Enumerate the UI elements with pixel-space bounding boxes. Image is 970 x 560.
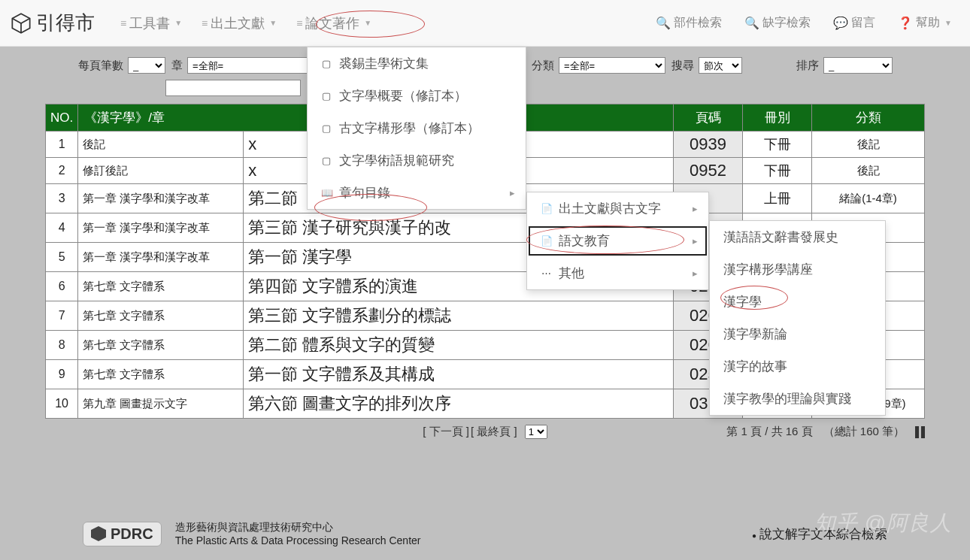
cell-section: 第二節 體系與文字的質變 bbox=[244, 331, 674, 360]
dropdown-item[interactable]: 漢字教學的理論與實踐 bbox=[710, 383, 885, 415]
dropdown-item[interactable]: 漢字構形學講座 bbox=[710, 253, 885, 286]
sort-select[interactable]: _ bbox=[823, 57, 893, 74]
footer: PDRC 造形藝術與資訊處理技術研究中心 The Plastic Arts & … bbox=[0, 507, 970, 560]
nav-missing-search[interactable]: 🔍缺字檢索 bbox=[737, 11, 818, 35]
dropdown-item[interactable]: 📄語文教育 bbox=[527, 225, 708, 257]
cell-chapter: 第七章 文字體系 bbox=[78, 301, 244, 331]
cell-no: 7 bbox=[46, 301, 78, 331]
search-input[interactable] bbox=[165, 80, 301, 96]
search-icon: 🔍 bbox=[744, 16, 759, 30]
col-page: 頁碼 bbox=[674, 104, 743, 132]
item-label: 語文教育 bbox=[559, 232, 610, 250]
item-label: 其他 bbox=[559, 265, 584, 282]
brand-text: 引得市 bbox=[36, 10, 95, 36]
item-icon: 📖 bbox=[321, 187, 332, 198]
item-label: 出土文獻與古文字 bbox=[559, 200, 661, 217]
dropdown-item[interactable]: ▢文字學概要（修訂本） bbox=[308, 80, 526, 112]
chapter-label: 章 bbox=[171, 59, 183, 73]
nav-label: 論文著作 bbox=[305, 14, 359, 32]
cell-chapter: 第七章 文字體系 bbox=[78, 331, 244, 360]
dropdown-language-edu: 漢語語文辭書發展史漢字構形學講座漢字學漢字學新論漢字的故事漢字教學的理論與實踐 bbox=[709, 220, 886, 416]
footer-line2: The Plastic Arts & Data Processing Resea… bbox=[175, 534, 421, 547]
cell-section: 第一節 文字體系及其構成 bbox=[244, 360, 674, 389]
item-label: 漢字的故事 bbox=[723, 358, 787, 375]
pager-row: [ 下一頁 ] [ 最終頁 ] 1 第 1 頁 / 共 16 頁 （總計 160… bbox=[45, 425, 925, 439]
cell-category: 緒論(1-4章) bbox=[812, 184, 925, 213]
pager-last[interactable]: [ 最終頁 ] bbox=[471, 425, 517, 439]
cell-no: 5 bbox=[46, 243, 78, 272]
item-label: 文字學概要（修訂本） bbox=[339, 87, 467, 104]
nav-papers[interactable]: ≡論文著作▼ bbox=[289, 10, 379, 37]
dropdown-item[interactable]: ▢裘錫圭學術文集 bbox=[308, 47, 526, 80]
cell-no: 8 bbox=[46, 331, 78, 360]
cell-no: 6 bbox=[46, 272, 78, 301]
nav-label: 工具書 bbox=[129, 14, 170, 32]
dropdown-item[interactable]: 📄出土文獻與古文字 bbox=[527, 192, 708, 225]
hamburger-icon: ≡ bbox=[202, 17, 208, 29]
per-page-select[interactable]: _ bbox=[128, 57, 165, 74]
brand[interactable]: 引得市 bbox=[11, 10, 95, 36]
dropdown-item[interactable]: ⋯其他 bbox=[527, 257, 708, 289]
cell-page: 0939 bbox=[674, 132, 743, 158]
per-page-label: 每頁筆數 bbox=[78, 59, 123, 73]
cell-chapter: 第一章 漢字學和漢字改革 bbox=[78, 184, 244, 213]
cell-section: 第三節 文字體系劃分的標誌 bbox=[244, 301, 674, 331]
cell-chapter: 第一章 漢字學和漢字改革 bbox=[78, 213, 244, 243]
footer-line1: 造形藝術與資訊處理技術研究中心 bbox=[175, 520, 421, 534]
dropdown-item[interactable]: 漢字學新論 bbox=[710, 318, 885, 350]
pager-page-select[interactable]: 1 bbox=[525, 425, 547, 439]
search-select[interactable]: 節次 bbox=[699, 57, 742, 74]
nav-label: 出土文獻 bbox=[211, 14, 265, 32]
cell-chapter: 第七章 文字體系 bbox=[78, 272, 244, 301]
nav-help[interactable]: ❓幫助▼ bbox=[890, 11, 959, 35]
col-cat: 分類 bbox=[812, 104, 925, 132]
nav-component-search[interactable]: 🔍部件檢索 bbox=[648, 11, 729, 35]
nav-tools[interactable]: ≡工具書▼ bbox=[113, 10, 189, 37]
item-label: 漢字學新論 bbox=[723, 325, 787, 343]
brand-logo-icon bbox=[11, 13, 32, 34]
dropdown-item[interactable]: 漢字學 bbox=[710, 286, 885, 318]
cell-chapter: 修訂後記 bbox=[78, 158, 244, 184]
pdrc-badge[interactable]: PDRC bbox=[83, 522, 162, 546]
dropdown-item[interactable]: ▢古文字構形學（修訂本） bbox=[308, 112, 526, 144]
nav-excavated[interactable]: ≡出土文獻▼ bbox=[194, 10, 284, 37]
dropdown-item[interactable]: 漢字的故事 bbox=[710, 350, 885, 383]
footer-right-link[interactable]: 說文解字文本綜合檢索 bbox=[752, 525, 887, 543]
item-label: 文字學術語規範研究 bbox=[339, 152, 454, 169]
col-vol: 冊別 bbox=[743, 104, 812, 132]
item-label: 漢字學 bbox=[723, 293, 762, 310]
item-label: 古文字構形學（修訂本） bbox=[339, 120, 480, 137]
pause-icon[interactable] bbox=[915, 426, 925, 438]
item-icon: 📄 bbox=[541, 203, 551, 214]
pager-next[interactable]: [ 下一頁 ] bbox=[423, 425, 469, 439]
dropdown-item[interactable]: 📖章句目錄 bbox=[308, 177, 526, 209]
nav-left-group: ≡工具書▼ ≡出土文獻▼ ≡論文著作▼ bbox=[113, 10, 379, 37]
item-label: 漢字教學的理論與實踐 bbox=[723, 390, 851, 407]
cell-chapter: 第七章 文字體系 bbox=[78, 360, 244, 389]
nav-label: 留言 bbox=[851, 15, 875, 31]
pager-status: 第 1 頁 / 共 16 頁 bbox=[726, 425, 812, 439]
nav-label: 幫助 bbox=[916, 15, 940, 31]
help-icon: ❓ bbox=[898, 16, 913, 30]
footer-text: 造形藝術與資訊處理技術研究中心 The Plastic Arts & Data … bbox=[175, 520, 421, 547]
cell-volume: 上冊 bbox=[743, 184, 812, 213]
item-label: 裘錫圭學術文集 bbox=[339, 55, 429, 72]
pdrc-text: PDRC bbox=[111, 525, 153, 543]
hamburger-icon: ≡ bbox=[296, 17, 302, 29]
cell-chapter: 第九章 圖畫提示文字 bbox=[78, 389, 244, 419]
item-icon: 📄 bbox=[541, 235, 551, 247]
cell-no: 10 bbox=[46, 389, 78, 419]
nav-label: 缺字檢索 bbox=[762, 15, 811, 31]
hamburger-icon: ≡ bbox=[120, 17, 126, 29]
cell-no: 2 bbox=[46, 158, 78, 184]
category-select[interactable]: =全部= bbox=[559, 57, 665, 74]
cell-section: 第六節 圖畫文字的排列次序 bbox=[244, 389, 674, 419]
nav-message[interactable]: 💬留言 bbox=[826, 11, 883, 35]
cell-chapter: 後記 bbox=[78, 132, 244, 158]
item-label: 漢語語文辭書發展史 bbox=[723, 229, 838, 246]
dropdown-item[interactable]: 漢語語文辭書發展史 bbox=[710, 221, 885, 253]
caret-down-icon: ▼ bbox=[364, 19, 371, 27]
top-navbar: 引得市 ≡工具書▼ ≡出土文獻▼ ≡論文著作▼ 🔍部件檢索 🔍缺字檢索 💬留言 … bbox=[0, 0, 970, 47]
item-icon: ▢ bbox=[321, 58, 332, 69]
dropdown-item[interactable]: ▢文字學術語規範研究 bbox=[308, 144, 526, 177]
